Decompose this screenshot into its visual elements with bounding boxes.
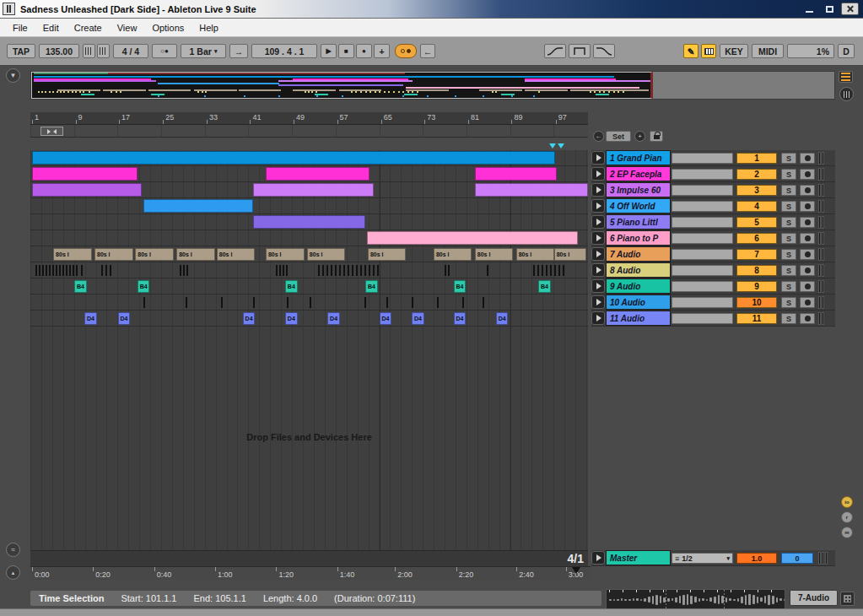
track-lane-3[interactable] [30,182,588,198]
track-io-box[interactable] [672,201,733,212]
track-lane-8[interactable] [30,262,588,278]
solo-button[interactable]: S [781,185,796,196]
track-io-box[interactable] [672,249,733,260]
arrangement-position-display[interactable]: 109 . 4 . 1 [251,44,317,58]
arrangement-clip[interactable]: D4 [496,312,509,325]
track-number-box[interactable]: 6 [736,233,777,244]
track-header-6[interactable]: 6 Piano to P6S [591,230,835,246]
track-io-box[interactable] [672,297,733,308]
arrangement-clip[interactable]: 80s l [176,248,215,261]
track-number-box[interactable]: 4 [736,201,777,212]
bar-ruler[interactable]: 191725334149576573818997 [30,112,588,125]
track-name[interactable]: 7 Audio [606,246,671,262]
track-play-button[interactable] [591,231,605,245]
time-ruler[interactable]: 0:000:200:401:001:201:402:002:202:403:00 [30,566,591,580]
track-play-button[interactable] [591,167,605,181]
selection-marker[interactable] [549,143,556,149]
track-lane-9[interactable]: B4B4B4B4B4B4 [30,278,588,294]
back-to-arrangement-button[interactable]: ← [420,44,435,58]
track-number-box[interactable]: 2 [736,169,777,180]
arrangement-clip[interactable]: 80s l [307,248,346,261]
arm-button[interactable] [800,153,815,164]
track-play-button[interactable] [591,263,605,277]
arrangement-clip[interactable] [266,167,369,181]
solo-button[interactable]: S [781,233,796,244]
track-play-button[interactable] [591,247,605,261]
arm-button[interactable] [800,313,815,324]
overview-clips[interactable] [31,72,653,99]
track-header-3[interactable]: 3 Impulse 603S [591,182,835,198]
play-button[interactable]: ▶ [321,44,337,58]
selection-marker[interactable] [558,143,564,149]
arrangement-clip[interactable]: B4 [365,280,378,293]
master-pan[interactable]: 0 [781,553,813,564]
computer-midi-keyboard-button[interactable] [701,44,716,58]
track-lane-11[interactable]: D4D4D4D4D4D4D4D4D4 [30,311,588,327]
master-quantize-menu[interactable]: ≡ 1/2 ▾ [672,553,733,564]
track-header-2[interactable]: 2 EP Facepla2S [591,166,835,182]
track-name[interactable]: 8 Audio [606,262,671,278]
loop-length-display[interactable]: 4/1 [568,552,584,565]
master-track-header[interactable]: Master ≡ 1/2 ▾ 1.0 0 [591,550,835,566]
arm-button[interactable] [800,169,815,180]
loop-brace[interactable] [40,127,63,136]
arrangement-clip[interactable] [32,151,555,165]
track-play-button[interactable] [591,311,605,325]
arrangement-clip[interactable] [253,215,365,229]
arrangement-clip[interactable] [475,167,557,181]
scrub-area[interactable] [30,125,588,138]
solo-button[interactable]: S [781,313,796,324]
set-back-button[interactable]: ← [593,131,604,142]
arm-button[interactable] [800,185,815,196]
track-name[interactable]: 1 Grand Pian [606,150,671,165]
track-number-box[interactable]: 9 [736,281,777,292]
loop-switch-button[interactable] [569,44,591,58]
arrangement-clip[interactable]: 80s l [368,248,407,261]
draw-mode-button[interactable]: ✎ [683,44,698,58]
arrangement-clip[interactable] [143,199,253,213]
track-number-box[interactable]: 11 [736,313,777,324]
punch-in-button[interactable] [544,44,566,58]
solo-button[interactable]: S [781,217,796,228]
track-io-box[interactable] [672,185,733,196]
arrangement-clip[interactable]: B4 [454,280,467,293]
detail-view-toggle[interactable] [840,592,855,606]
track-play-button[interactable] [591,151,605,165]
menu-item-options[interactable]: Options [144,20,191,35]
key-map-button[interactable]: KEY [720,44,748,58]
follow-button[interactable]: → [229,44,248,58]
track-io-box[interactable] [672,217,733,228]
track-lane-6[interactable] [30,230,588,246]
close-button[interactable] [841,3,859,15]
metronome-button[interactable]: ○● [152,44,177,58]
arrangement-clip[interactable]: D4 [84,312,97,325]
track-io-box[interactable] [672,281,733,292]
arrangement-clip[interactable]: 80s l [516,248,555,261]
solo-button[interactable]: S [781,249,796,260]
track-io-box[interactable] [672,313,733,324]
arrangement-clip[interactable]: D4 [412,312,424,325]
solo-button[interactable]: S [781,169,796,180]
scroll-up-button[interactable]: ▼ [6,68,20,83]
midi-map-button[interactable]: MIDI [752,44,784,58]
track-name[interactable]: 5 Piano Littl [606,214,671,230]
menu-item-create[interactable]: Create [67,20,110,35]
arm-button[interactable] [800,217,815,228]
menu-item-view[interactable]: View [110,20,145,35]
overview-toggle-button[interactable]: ≈ [6,543,20,557]
track-number-box[interactable]: 5 [736,217,777,228]
track-number-box[interactable]: 7 [736,249,777,260]
track-header-7[interactable]: 7 Audio7S [591,246,835,262]
track-header-5[interactable]: 5 Piano Littl5S [591,214,835,230]
set-button[interactable]: Set [606,131,631,142]
solo-button[interactable]: S [781,265,796,276]
track-number-box[interactable]: 3 [736,185,777,196]
solo-button[interactable]: S [781,281,796,292]
record-button[interactable]: ● [356,44,372,58]
track-play-button[interactable] [591,215,605,229]
arrangement-clip[interactable] [475,183,588,197]
arrangement-clip[interactable]: 80s l [217,248,256,261]
track-name[interactable]: 4 Off World [606,198,671,213]
arrangement-clip[interactable]: 80s l [94,248,133,261]
track-lanes[interactable]: Drop Files and Devices Here 4/1 80s l80s… [30,150,588,566]
